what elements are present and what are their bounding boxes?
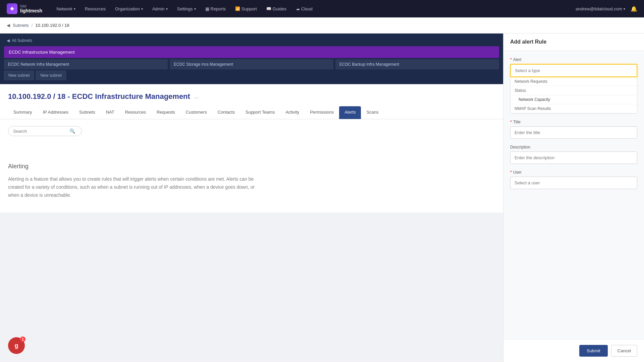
description-label: Description [510,145,637,149]
subnet-tree: ◀ All Subnets ECDC Infrastructure Manage… [0,34,503,84]
tab-support-teams[interactable]: Support Teams [240,106,280,119]
dropdown-network-capacity[interactable]: Network Capacity [511,95,637,104]
tab-requests[interactable]: Requests [151,106,180,119]
search-input[interactable] [13,129,67,134]
all-subnets-icon: ◀ [7,38,10,43]
page-more-button[interactable]: ... [194,94,199,100]
user-label: * User [510,170,637,175]
tab-permissions[interactable]: Permissions [305,106,339,119]
main-layout: ◀ All Subnets ECDC Infrastructure Manage… [0,34,644,362]
breadcrumb: ◀ Subnets / 10.100.192.0 / 18 [0,17,644,34]
nav-user[interactable]: andrew@tidalcloud.com▾ [576,6,625,11]
breadcrumb-back-icon: ◀ [7,23,10,28]
subnet-cell-1[interactable]: ECDC Storage Inra Management [170,59,333,69]
submit-button[interactable]: Submit [579,345,607,357]
dropdown-network-requests[interactable]: Network Requests [511,77,637,86]
all-subnets-item[interactable]: ◀ All Subnets [4,36,499,45]
tab-activity[interactable]: Activity [280,106,305,119]
secondary-subnets-row: ECDC Network Infra Management ECDC Stora… [4,59,499,69]
logo-icon [7,3,17,14]
nav-right: andrew@tidalcloud.com▾ 🔔 [576,6,637,12]
description-input[interactable] [510,152,637,164]
alert-field: * Alert Network Requests Status Network … [510,57,637,114]
avatar-notification: 1 [20,337,25,342]
search-area: 🔍 [0,119,503,143]
alert-type-input[interactable] [510,64,637,77]
panel-header: Add alert Rule [503,34,644,51]
dropdown-status[interactable]: Status [511,86,637,95]
tab-resources[interactable]: Resources [120,106,151,119]
title-label: * Title [510,120,637,124]
app-logo[interactable]: tidal lightmesh [7,3,42,14]
nav-resources[interactable]: Resources [81,4,110,13]
page-title: 10.100.192.0 / 18 - ECDC Infrastructure … [8,92,190,101]
empty-title: Alerting [8,163,495,170]
empty-description: Alerting is a feature that allows you to… [8,175,263,199]
top-navigation: tidal lightmesh Network▾ Resources Organ… [0,0,644,17]
panel-body: * Alert Network Requests Status Network … [503,51,644,339]
breadcrumb-subnets-link[interactable]: Subnets [13,23,29,28]
dropdown-nmap-scan[interactable]: NMAP Scan Results [511,104,637,113]
tabs-bar: Summary IP Addresses Subnets NAT Resourc… [0,106,503,119]
user-avatar-badge[interactable]: g 1 [8,337,25,354]
breadcrumb-separator: / [32,23,33,28]
title-input[interactable] [510,126,637,139]
right-panel: Add alert Rule * Alert Network Requests … [503,34,644,362]
nav-reports[interactable]: ▦ Reports [201,4,230,13]
nav-settings[interactable]: Settings▾ [173,4,200,13]
svg-point-0 [11,8,13,10]
alert-dropdown: Network Requests Status Network Capacity… [510,77,637,114]
tab-summary[interactable]: Summary [8,106,38,119]
breadcrumb-current: 10.100.192.0 / 18 [35,23,69,28]
nav-links: Network▾ Resources Organization▾ Admin▾ … [52,4,576,13]
nav-network[interactable]: Network▾ [52,4,79,13]
nav-admin[interactable]: Admin▾ [148,4,172,13]
nav-support[interactable]: 📶 Support [231,4,261,13]
brand-name: tidal lightmesh [20,4,42,13]
panel-footer: Submit Cancel [503,339,644,362]
tab-subnets[interactable]: Subnets [74,106,101,119]
nav-cloud[interactable]: ☁ Cloud [292,4,317,13]
tab-scans[interactable]: Scans [361,106,384,119]
notification-bell[interactable]: 🔔 [631,6,637,12]
search-icon: 🔍 [69,128,75,134]
user-input[interactable] [510,177,637,189]
new-subnet-0[interactable]: New subnet [4,71,34,80]
alert-label: * Alert [510,57,637,62]
title-field: * Title [510,120,637,139]
subnet-cell-0[interactable]: ECDC Network Infra Management [4,59,168,69]
tab-nat[interactable]: NAT [101,106,120,119]
new-subnets-row: New subnet New subnet [4,71,499,80]
main-subnet-item[interactable]: ECDC Infrastructure Management [4,46,499,58]
empty-state: Alerting Alerting is a feature that allo… [0,143,503,213]
subnet-cell-2[interactable]: ECDC Backup Infra Management [335,59,499,69]
nav-organization[interactable]: Organization▾ [111,4,147,13]
page-heading: 10.100.192.0 / 18 - ECDC Infrastructure … [0,84,503,106]
cancel-button[interactable]: Cancel [611,345,637,357]
user-field: * User [510,170,637,189]
description-field: Description [510,145,637,164]
tab-customers[interactable]: Customers [180,106,212,119]
search-wrap: 🔍 [8,126,82,136]
new-subnet-1[interactable]: New subnet [36,71,66,80]
tab-contacts[interactable]: Contacts [212,106,240,119]
left-content: ◀ All Subnets ECDC Infrastructure Manage… [0,34,503,362]
tab-ip-addresses[interactable]: IP Addresses [38,106,74,119]
tab-alerts[interactable]: Alerts [339,106,361,119]
nav-guides[interactable]: 📖 Guides [262,4,290,13]
